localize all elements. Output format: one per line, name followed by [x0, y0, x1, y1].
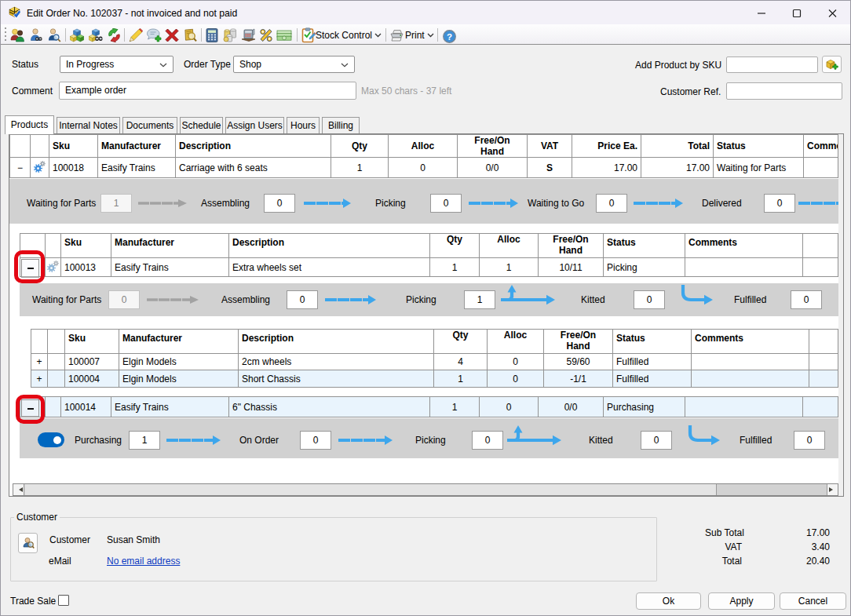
- svg-text:?: ?: [447, 32, 452, 42]
